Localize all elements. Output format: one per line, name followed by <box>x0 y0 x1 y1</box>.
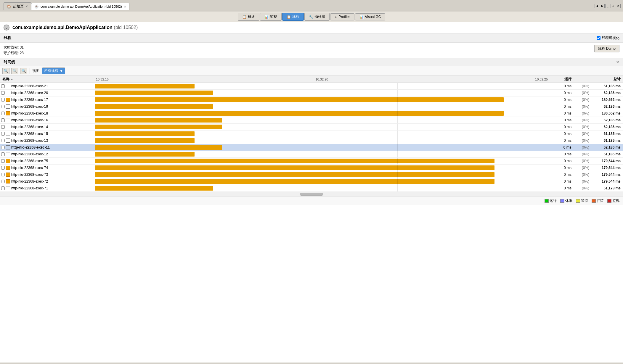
thread-icon-empty <box>6 118 10 122</box>
thread-name: http-nio-22368-exec-12 <box>11 152 48 156</box>
total-cell: 62,186 ms <box>590 145 623 149</box>
thread-checkbox[interactable] <box>1 105 5 108</box>
thread-row[interactable]: http-nio-22368-exec-18 0 ms (0%) 180,552… <box>0 110 623 117</box>
section-title: 线程 <box>4 35 11 41</box>
bar-cell <box>95 185 549 191</box>
thread-name-cell: http-nio-22368-exec-71 <box>0 186 95 191</box>
nav-tab-overview[interactable]: 📋 概述 <box>238 13 259 21</box>
thread-checkbox[interactable] <box>1 84 5 88</box>
thread-icon-empty <box>6 125 10 129</box>
nav-tab-profiler[interactable]: ⊙ Profiler <box>330 13 354 20</box>
grid-line-1 <box>246 178 246 185</box>
win-back-btn[interactable]: ◀ <box>595 4 599 8</box>
timeline-close-button[interactable]: ✕ <box>616 60 619 65</box>
tab-home[interactable]: 🏠 起始页 ✕ <box>4 2 31 10</box>
nav-tab-monitor[interactable]: 📊 监视 <box>260 13 282 21</box>
pct-cell: (0%) <box>573 118 590 122</box>
win-min-btn[interactable]: _ <box>605 4 610 8</box>
thread-row[interactable]: http-nio-22368-exec-20 0 ms (0%) 62,186 … <box>0 90 623 96</box>
run-cell: 0 ms <box>549 186 573 190</box>
scroll-area[interactable] <box>0 192 623 196</box>
thread-visible-checkbox[interactable] <box>597 36 600 40</box>
tab-home-icon: 🏠 <box>7 4 11 9</box>
legend-item: 监视 <box>607 198 619 203</box>
scrollbar-thumb[interactable] <box>300 193 323 196</box>
thread-checkbox[interactable] <box>1 139 5 142</box>
thread-row[interactable]: http-nio-22368-exec-19 0 ms (0%) 62,186 … <box>0 103 623 110</box>
legend-item: 运行 <box>545 198 557 203</box>
tab-app[interactable]: ☕ com example demo api DemoApiApplicatio… <box>31 3 129 10</box>
grid-line-2 <box>397 131 398 137</box>
thread-checkbox[interactable] <box>1 125 5 129</box>
zoom-out-button[interactable]: 🔍 <box>11 68 18 74</box>
thread-checkbox[interactable] <box>1 186 5 190</box>
thread-checkbox[interactable] <box>1 146 5 149</box>
thread-row[interactable]: http-nio-22368-exec-74 0 ms (0%) 179,544… <box>0 165 623 171</box>
thread-row[interactable]: http-nio-22368-exec-16 0 ms (0%) 62,186 … <box>0 117 623 124</box>
thread-row[interactable]: http-nio-22368-exec-21 0 ms (0%) 61,185 … <box>0 83 623 90</box>
thread-row[interactable]: http-nio-22368-exec-71 0 ms (0%) 61,178 … <box>0 185 623 192</box>
thread-checkbox[interactable] <box>1 173 5 176</box>
view-select-arrow: ▼ <box>60 69 63 73</box>
daemon-threads-label: 守护线程: <box>4 51 19 55</box>
nav-tab-visualgc[interactable]: 📊 Visual GC <box>355 13 386 20</box>
thread-bar <box>95 84 195 88</box>
thread-row[interactable]: http-nio-22368-exec-73 0 ms (0%) 179,544… <box>0 171 623 178</box>
nav-tab-sampler[interactable]: 🔧 抽样器 <box>304 13 330 21</box>
thread-row[interactable]: http-nio-22368-exec-75 0 ms (0%) 179,544… <box>0 158 623 165</box>
total-cell: 179,544 ms <box>590 159 623 163</box>
thread-checkbox[interactable] <box>1 180 5 183</box>
nav-sampler-icon: 🔧 <box>309 15 313 19</box>
thread-checkbox[interactable] <box>1 159 5 163</box>
view-select[interactable]: 所有线程 ▼ <box>42 67 65 74</box>
thread-checkbox[interactable] <box>1 118 5 122</box>
win-close-btn[interactable]: ✕ <box>616 4 621 8</box>
bar-cell <box>95 137 549 144</box>
thread-row[interactable]: http-nio-22368-exec-72 0 ms (0%) 179,544… <box>0 178 623 185</box>
thread-name-cell: http-nio-22368-exec-20 <box>0 90 95 96</box>
thread-row[interactable]: http-nio-22368-exec-11 0 ms (0%) 62,186 … <box>0 144 623 151</box>
run-cell: 0 ms <box>549 138 573 143</box>
win-fwd-btn[interactable]: ▶ <box>600 4 605 8</box>
thread-row[interactable]: http-nio-22368-exec-14 0 ms (0%) 62,186 … <box>0 124 623 131</box>
thread-checkbox[interactable] <box>1 91 5 95</box>
bar-cell <box>95 171 549 178</box>
thread-row[interactable]: http-nio-22368-exec-12 0 ms (0%) 61,185 … <box>0 151 623 158</box>
thread-checkbox[interactable] <box>1 166 5 170</box>
thread-bar <box>95 159 494 163</box>
zoom-fit-button[interactable]: 🔍 <box>20 68 27 74</box>
thread-icon-orange <box>6 179 10 183</box>
thread-checkbox[interactable] <box>1 98 5 102</box>
grid-line-1 <box>246 90 246 96</box>
thread-name-cell: http-nio-22368-exec-21 <box>0 83 95 89</box>
thread-dump-button[interactable]: 线程 Dump <box>594 45 619 52</box>
win-max-btn[interactable]: □ <box>611 4 615 8</box>
timeline-header: 时间线 ✕ <box>0 58 623 66</box>
grid-line-1 <box>246 158 246 164</box>
thread-checkbox[interactable] <box>1 112 5 115</box>
thread-visible-toggle[interactable]: 线程可视化 <box>597 36 619 41</box>
tab-bar: 🏠 起始页 ✕ ☕ com example demo api DemoApiAp… <box>2 1 595 10</box>
thread-row[interactable]: http-nio-22368-exec-17 0 ms (0%) 180,552… <box>0 96 623 103</box>
zoom-in-button[interactable]: 🔍 <box>2 68 9 74</box>
legend-label: 运行 <box>550 198 557 203</box>
thread-checkbox[interactable] <box>1 152 5 156</box>
grid-line-1 <box>246 171 246 178</box>
thread-row[interactable]: http-nio-22368-exec-15 0 ms (0%) 61,185 … <box>0 131 623 137</box>
nav-tab-threads[interactable]: 📋 线程 <box>282 13 304 21</box>
nav-bar: 📋 概述 📊 监视 📋 线程 🔧 抽样器 ⊙ Profiler 📊 Visual… <box>0 12 623 22</box>
thread-checkbox[interactable] <box>1 132 5 136</box>
legend-item: 休眠 <box>560 198 572 203</box>
thread-bar <box>95 186 213 191</box>
bar-cell <box>95 178 549 185</box>
bar-cell <box>95 144 549 151</box>
thread-row[interactable]: http-nio-22368-exec-13 0 ms (0%) 61,185 … <box>0 137 623 144</box>
bar-cell <box>95 131 549 137</box>
total-cell: 61,178 ms <box>590 186 623 190</box>
tab-home-close[interactable]: ✕ <box>25 5 28 8</box>
pct-cell: (0%) <box>573 132 590 136</box>
thread-name: http-nio-22368-exec-73 <box>11 173 48 177</box>
tab-app-close[interactable]: ✕ <box>124 5 126 8</box>
run-cell: 0 ms <box>549 173 573 177</box>
thread-name: http-nio-22368-exec-14 <box>11 125 48 129</box>
